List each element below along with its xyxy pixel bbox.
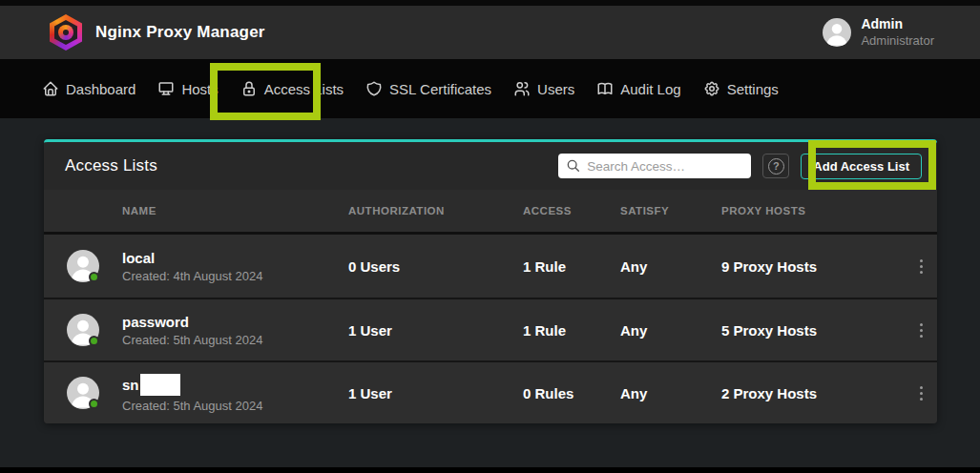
app-header: Nginx Proxy Manager Admin Administrator xyxy=(0,6,980,59)
satisfy-value: Any xyxy=(620,258,721,275)
column-header-satisfy: SATISFY xyxy=(620,205,721,216)
table-row[interactable]: local Created: 4th August 2024 0 Users 1… xyxy=(44,235,937,298)
authorization-value: 1 User xyxy=(348,385,523,401)
search-icon xyxy=(566,158,581,174)
row-actions-menu[interactable] xyxy=(905,380,937,406)
column-header-access: ACCESS xyxy=(523,205,620,216)
nav-label: Hosts xyxy=(181,81,218,97)
column-header-name: NAME xyxy=(122,205,348,216)
created-date: Created: 5th August 2024 xyxy=(122,333,348,347)
status-dot xyxy=(89,399,99,409)
users-icon xyxy=(513,80,531,97)
monitor-icon xyxy=(157,80,175,97)
access-lists-panel: Access Lists ? Add Access List NAME AUTH… xyxy=(44,139,937,423)
created-date: Created: 5th August 2024 xyxy=(122,399,348,413)
search-input[interactable] xyxy=(558,154,751,178)
shield-icon xyxy=(365,80,383,97)
nginx-proxy-manager-app: Nginx Proxy Manager Admin Administrator … xyxy=(0,0,980,473)
user-avatar xyxy=(823,18,851,47)
user-menu[interactable]: Admin Administrator xyxy=(823,16,934,49)
proxy-hosts-value: 9 Proxy Hosts xyxy=(721,258,905,275)
authorization-value: 1 User xyxy=(348,322,523,339)
home-icon xyxy=(42,80,59,97)
row-avatar xyxy=(67,314,99,346)
lock-icon xyxy=(240,80,258,97)
nav-label: Dashboard xyxy=(66,81,136,97)
main-nav: Dashboard Hosts Access Lists SSL Certifi… xyxy=(0,59,980,118)
proxy-hosts-value: 5 Proxy Hosts xyxy=(721,322,905,339)
row-avatar xyxy=(67,377,99,409)
satisfy-value: Any xyxy=(620,385,721,401)
nav-label: Settings xyxy=(727,81,779,97)
kebab-icon xyxy=(920,386,923,389)
nav-item-access-lists[interactable]: Access Lists xyxy=(240,80,344,97)
access-value: 1 Rule xyxy=(523,322,620,339)
access-list-name: sn xyxy=(122,374,348,396)
access-value: 1 Rule xyxy=(523,258,620,275)
user-name: Admin xyxy=(861,16,934,33)
nav-item-dashboard[interactable]: Dashboard xyxy=(42,80,136,97)
status-dot xyxy=(89,336,99,346)
add-access-list-button[interactable]: Add Access List xyxy=(801,154,922,179)
row-avatar xyxy=(67,250,99,282)
help-button[interactable]: ? xyxy=(762,154,789,178)
help-icon: ? xyxy=(768,158,784,175)
nav-item-settings[interactable]: Settings xyxy=(703,80,779,97)
gear-icon xyxy=(703,80,720,97)
access-list-name: local xyxy=(122,250,348,266)
table-row[interactable]: password Created: 5th August 2024 1 User… xyxy=(44,298,937,360)
app-logo-icon xyxy=(50,14,82,51)
search-box xyxy=(558,154,751,178)
app-title: Nginx Proxy Manager xyxy=(95,23,265,42)
book-icon xyxy=(596,80,614,97)
access-value: 0 Rules xyxy=(523,385,620,401)
redaction-box xyxy=(140,374,180,396)
nav-item-users[interactable]: Users xyxy=(513,80,574,97)
window-edge-bottom xyxy=(0,467,980,473)
authorization-value: 0 Users xyxy=(348,258,523,275)
proxy-hosts-value: 2 Proxy Hosts xyxy=(721,385,905,401)
satisfy-value: Any xyxy=(620,322,721,339)
kebab-icon xyxy=(920,323,923,326)
table-row[interactable]: sn Created: 5th August 2024 1 User 0 Rul… xyxy=(44,360,937,423)
row-actions-menu[interactable] xyxy=(905,318,937,343)
panel-toolbar: ? Add Access List xyxy=(558,154,922,179)
status-dot xyxy=(89,272,99,282)
user-role: Administrator xyxy=(861,33,934,49)
access-list-name: password xyxy=(122,314,348,330)
created-date: Created: 4th August 2024 xyxy=(122,269,348,283)
nav-item-hosts[interactable]: Hosts xyxy=(157,80,218,97)
nav-label: Users xyxy=(537,81,574,97)
nav-item-ssl-certificates[interactable]: SSL Certificates xyxy=(365,80,491,97)
column-header-proxy-hosts: PROXY HOSTS xyxy=(721,205,905,216)
row-actions-menu[interactable] xyxy=(905,254,937,279)
nav-label: Audit Log xyxy=(620,81,680,97)
nav-label: SSL Certificates xyxy=(389,81,491,97)
panel-header: Access Lists ? Add Access List xyxy=(44,142,937,190)
table-header-row: NAME AUTHORIZATION ACCESS SATISFY PROXY … xyxy=(44,190,937,235)
nav-item-audit-log[interactable]: Audit Log xyxy=(596,80,680,97)
column-header-authorization: AUTHORIZATION xyxy=(348,205,523,216)
page-title: Access Lists xyxy=(65,156,157,175)
kebab-icon xyxy=(920,259,923,262)
nav-label: Access Lists xyxy=(264,81,344,97)
